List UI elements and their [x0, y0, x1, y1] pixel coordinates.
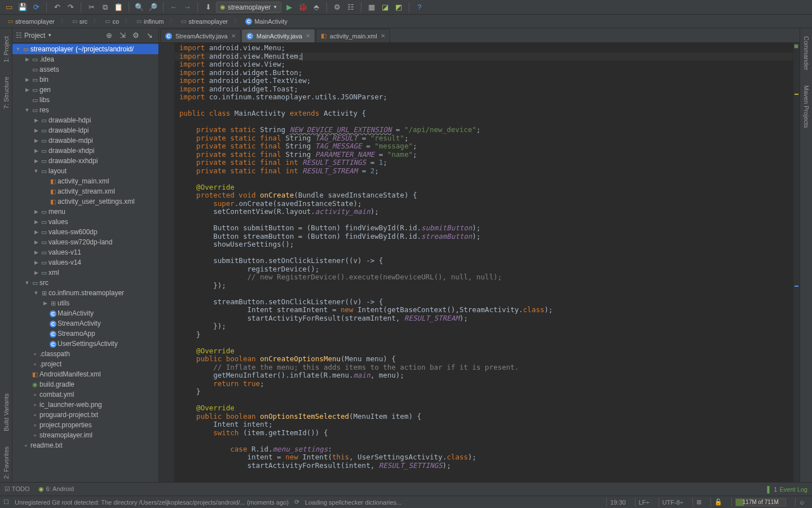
tree-arrow-icon[interactable]: ▼ [33, 168, 39, 174]
copy-icon[interactable]: ⧉ [99, 2, 111, 13]
tree-row[interactable]: ▭libs [12, 95, 158, 105]
tree-row[interactable]: CStreamActivity [12, 318, 158, 329]
close-tab-icon[interactable]: ✕ [231, 33, 236, 39]
tree-row[interactable]: ▶▭values-sw720dp-land [12, 237, 158, 247]
close-tab-icon[interactable]: ✕ [381, 33, 385, 39]
tree-arrow-icon[interactable]: ▶ [33, 117, 39, 123]
tree-row[interactable]: ▶▭drawable-xxhdpi [12, 156, 158, 166]
tree-row[interactable]: ◉build.gradle [12, 379, 158, 389]
tree-arrow-icon[interactable]: ▶ [42, 300, 48, 306]
tree-row[interactable]: ▶▭values-v11 [12, 247, 158, 257]
tree-row[interactable]: ▫streamoplayer.iml [12, 430, 158, 440]
tree-arrow-icon[interactable]: ▶ [33, 270, 39, 275]
tree-row[interactable]: CMainActivity [12, 308, 158, 318]
editor-tab[interactable]: CStreamActivity.java✕ [160, 29, 241, 42]
tree-arrow-icon[interactable]: ▶ [33, 158, 39, 164]
run-config-selector[interactable]: ◉ streamoplayer ▼ [216, 2, 281, 13]
collapse-icon[interactable]: ⇲ [117, 30, 128, 41]
warning-marker[interactable] [795, 94, 798, 95]
tree-arrow-icon[interactable]: ▶ [33, 128, 39, 133]
editor-tab[interactable]: ◧activity_main.xml✕ [316, 29, 390, 42]
tree-row[interactable]: ◧activity_stream.xml [12, 186, 158, 196]
tree-row[interactable]: ▶▭values [12, 217, 158, 227]
tree-row[interactable]: ▫readme.txt [12, 440, 158, 450]
tree-row[interactable]: ▶▭drawable-hdpi [12, 115, 158, 125]
tree-arrow-icon[interactable]: ▼ [24, 107, 30, 113]
tool-button-event-log[interactable]: ▌1 Event Log [767, 486, 807, 493]
tree-row[interactable]: ◧AndroidManifest.xml [12, 369, 158, 379]
tree-row[interactable]: ▫ic_launcher-web.png [12, 400, 158, 410]
error-stripe[interactable] [793, 43, 800, 482]
autoscroll-icon[interactable]: ⊕ [103, 30, 114, 41]
hector-icon[interactable]: ☺ [795, 498, 809, 507]
help-icon[interactable]: ? [414, 2, 425, 13]
tree-row[interactable]: ▶▭bin [12, 75, 158, 85]
breadcrumb-item[interactable]: ▭co [102, 17, 122, 26]
tool-button-maven[interactable]: Maven Projects [803, 82, 810, 132]
tree-arrow-icon[interactable]: ▶ [24, 56, 30, 62]
hide-icon[interactable]: ↘ [144, 30, 155, 41]
tree-row[interactable]: ▫.project [12, 359, 158, 369]
sync-icon[interactable]: ⟳ [30, 2, 42, 13]
tool-button-build-variants[interactable]: Build Variants [3, 390, 10, 435]
tree-arrow-icon[interactable]: ▼ [24, 280, 30, 286]
paste-icon[interactable]: 📋 [113, 2, 124, 13]
tool-button-android[interactable]: ◉ 6: Android [38, 485, 74, 493]
editor-tab[interactable]: CMainActivity.java✕ [241, 29, 315, 42]
debug-icon[interactable]: 🐞 [297, 2, 308, 13]
tree-arrow-icon[interactable]: ▶ [24, 87, 30, 93]
file-encoding[interactable]: UTF-8 ÷ [659, 498, 687, 507]
tree-arrow-icon[interactable]: ▶ [24, 77, 30, 82]
project-structure-icon[interactable]: ☷ [345, 2, 356, 13]
breadcrumb-item[interactable]: ▭streamoplayer [5, 17, 58, 26]
tree-row[interactable]: ▶▭values-v14 [12, 257, 158, 268]
chevron-down-icon[interactable]: ▼ [47, 33, 52, 38]
tree-arrow-icon[interactable]: ▶ [33, 260, 39, 265]
memory-indicator[interactable]: 117M of 711M [731, 498, 789, 507]
tree-row[interactable]: CUserSettingsActivity [12, 339, 158, 349]
find-icon[interactable]: 🔍 [134, 2, 145, 13]
tool-button-favorites[interactable]: 2: Favorites [3, 443, 10, 482]
settings-icon[interactable]: ⚙ [332, 2, 343, 13]
tool-button-project[interactable]: 1: Project [3, 33, 10, 65]
tree-row[interactable]: ▶▭xml [12, 268, 158, 278]
tree-row[interactable]: ▶▭gen [12, 85, 158, 95]
tree-row[interactable]: ◧activity_user_settings.xml [12, 196, 158, 207]
breadcrumb-item[interactable]: CMainActivity [242, 17, 291, 26]
cut-icon[interactable]: ✂ [86, 2, 97, 13]
read-only-lock-icon[interactable]: 🔓 [710, 498, 726, 507]
back-icon[interactable]: ← [168, 2, 179, 13]
tree-row[interactable]: ▼▭res [12, 105, 158, 115]
project-tree[interactable]: ▼▭streamoplayer(~/projects/android/▶▭.id… [12, 43, 158, 482]
info-marker[interactable] [795, 286, 798, 287]
insert-mode[interactable]: ⊞ [692, 498, 705, 507]
tree-arrow-icon[interactable]: ▶ [33, 249, 39, 255]
tree-row[interactable]: ▶▭menu [12, 207, 158, 217]
tree-arrow-icon[interactable]: ▶ [33, 239, 39, 245]
tree-row[interactable]: ▫.classpath [12, 349, 158, 359]
tree-arrow-icon[interactable]: ▶ [33, 148, 39, 154]
project-panel-title[interactable]: Project [24, 32, 45, 40]
tree-row[interactable]: ▫combat.yml [12, 389, 158, 400]
tree-row[interactable]: ▶▭values-sw600dp [12, 227, 158, 237]
code-editor[interactable]: import android.view.Menu;import android.… [175, 43, 793, 482]
editor-gutter[interactable] [159, 43, 175, 482]
breadcrumb-item[interactable]: ▭src [69, 17, 91, 26]
redo-icon[interactable]: ↷ [65, 2, 76, 13]
tree-row[interactable]: ▶▭drawable-xhdpi [12, 146, 158, 156]
tree-arrow-icon[interactable]: ▼ [33, 290, 39, 296]
line-separator[interactable]: LF ÷ [635, 498, 653, 507]
make-icon[interactable]: ⬇ [202, 2, 214, 13]
caret-position[interactable]: 19:30 [606, 498, 629, 507]
tree-row[interactable]: ▶▭drawable-mdpi [12, 135, 158, 146]
breadcrumb-item[interactable]: ▭infinum [133, 17, 167, 26]
tree-row[interactable]: ▫project.properties [12, 420, 158, 430]
sdk-manager-icon[interactable]: ▦ [366, 2, 377, 13]
tree-arrow-icon[interactable]: ▼ [15, 46, 21, 52]
undo-icon[interactable]: ↶ [51, 2, 63, 13]
replace-icon[interactable]: 🔎 [147, 2, 158, 13]
attach-icon[interactable]: ⬘ [311, 2, 322, 13]
tree-row[interactable]: ▫proguard-project.txt [12, 410, 158, 420]
tree-row[interactable]: ▶▭.idea [12, 54, 158, 64]
tree-row[interactable]: ▼⊞co.infinum.streamoplayer [12, 288, 158, 298]
